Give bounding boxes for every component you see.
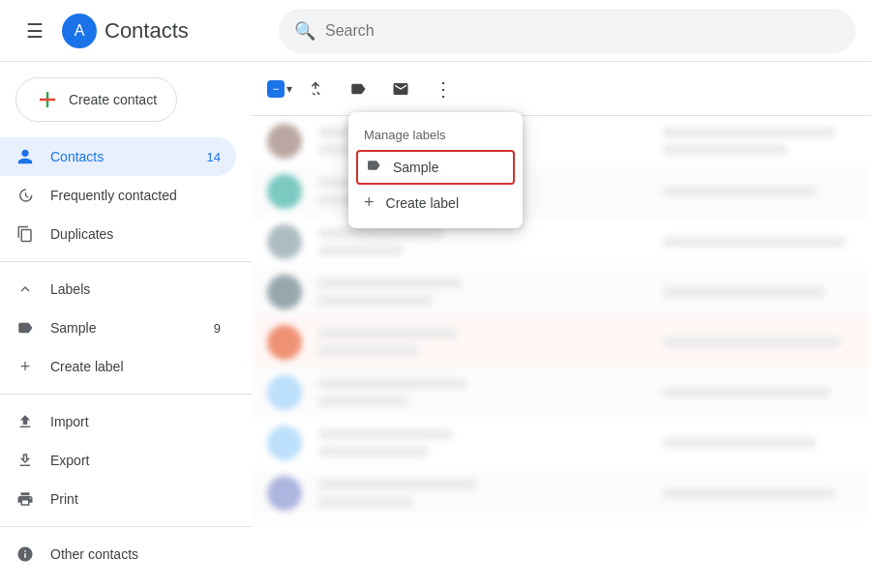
history-icon xyxy=(15,186,35,205)
contact-extra xyxy=(662,337,856,348)
avatar xyxy=(267,476,302,511)
create-label-plus-icon: + xyxy=(364,192,375,213)
sidebar-sample-count: 9 xyxy=(214,321,221,336)
label-icon-dropdown xyxy=(366,158,381,177)
checkbox-icon: − xyxy=(272,82,279,96)
contact-extra-1 xyxy=(662,337,841,348)
more-button[interactable]: ⋮ xyxy=(424,70,463,108)
print-icon xyxy=(15,489,35,509)
contact-extra-1 xyxy=(662,236,846,248)
avatar xyxy=(267,325,302,360)
other-contacts-icon xyxy=(15,544,35,564)
sidebar-item-contacts[interactable]: Contacts 14 xyxy=(0,137,236,176)
sidebar-sample-label: Sample xyxy=(50,320,198,336)
create-contact-label: Create contact xyxy=(69,92,157,107)
contact-extra xyxy=(662,437,856,449)
contact-name xyxy=(317,479,477,490)
divider-1 xyxy=(0,261,252,262)
sidebar-import[interactable]: Import xyxy=(0,402,236,441)
create-contact-button[interactable]: Create contact xyxy=(15,77,177,122)
sidebar: Create contact Contacts 14 Frequently co… xyxy=(0,62,252,588)
sidebar-export[interactable]: Export xyxy=(0,441,236,480)
contact-extra xyxy=(662,127,856,156)
sidebar-item-frequently[interactable]: Frequently contacted xyxy=(0,176,236,215)
create-label-text: Create label xyxy=(50,359,221,374)
dropdown-header: Manage labels xyxy=(348,120,523,150)
contact-extra xyxy=(662,387,856,398)
sidebar-print-label: Print xyxy=(50,491,221,507)
sidebar-duplicates-label: Duplicates xyxy=(50,226,221,242)
contact-extra-1 xyxy=(662,437,817,449)
user-avatar[interactable]: A xyxy=(62,14,97,48)
label-icon-toolbar xyxy=(349,80,367,98)
table-row xyxy=(252,418,871,468)
email-button[interactable] xyxy=(381,70,420,108)
table-row xyxy=(252,317,871,368)
sidebar-other-contacts-label: Other contacts xyxy=(50,546,221,562)
table-row xyxy=(252,217,871,267)
contact-name xyxy=(317,378,467,390)
avatar xyxy=(267,426,302,460)
contact-name xyxy=(317,227,443,239)
merge-button[interactable] xyxy=(296,70,335,108)
contact-info xyxy=(317,278,646,307)
sidebar-import-label: Import xyxy=(50,414,221,429)
contact-detail xyxy=(317,345,419,357)
dropdown-item-sample[interactable]: Sample xyxy=(356,150,515,185)
export-icon xyxy=(15,451,35,470)
person-icon xyxy=(15,147,35,166)
contact-list xyxy=(252,116,871,518)
sidebar-labels-header[interactable]: Labels xyxy=(0,270,236,309)
add-icon: + xyxy=(15,357,35,376)
labels-header-label: Labels xyxy=(50,281,221,297)
select-all-checkbox[interactable]: − xyxy=(267,80,285,98)
sidebar-create-label[interactable]: + Create label xyxy=(0,347,236,386)
avatar xyxy=(267,224,302,259)
toolbar: − ▾ ⋮ Manage labels xyxy=(252,62,871,116)
sidebar-contacts-label: Contacts xyxy=(50,149,192,164)
contact-info xyxy=(317,378,646,407)
main-layout: Create contact Contacts 14 Frequently co… xyxy=(0,62,871,588)
search-icon: 🔍 xyxy=(294,20,315,42)
contact-extra-1 xyxy=(662,127,836,138)
checkbox-dropdown-arrow[interactable]: ▾ xyxy=(286,82,292,96)
contact-extra-1 xyxy=(662,487,836,499)
content-area: − ▾ ⋮ Manage labels xyxy=(252,62,871,588)
dropdown-create-label-text: Create label xyxy=(386,195,460,211)
sidebar-item-duplicates[interactable]: Duplicates xyxy=(0,215,236,253)
select-all-wrapper[interactable]: − ▾ xyxy=(267,80,292,98)
contact-name xyxy=(317,278,463,289)
contact-extra-1 xyxy=(662,286,826,298)
avatar xyxy=(267,375,302,410)
avatar xyxy=(267,124,302,159)
contact-detail xyxy=(317,295,434,307)
header-left: ☰ A Contacts xyxy=(15,12,267,50)
table-row xyxy=(252,267,871,317)
sidebar-other-contacts[interactable]: Other contacts xyxy=(0,535,236,573)
contact-extra-2 xyxy=(662,144,788,156)
sidebar-frequently-label: Frequently contacted xyxy=(50,188,221,203)
menu-icon[interactable]: ☰ xyxy=(15,12,54,50)
contact-extra-1 xyxy=(662,186,817,197)
contact-info xyxy=(317,328,646,357)
copy-icon xyxy=(15,224,35,244)
contact-extra xyxy=(662,186,856,197)
import-icon xyxy=(15,412,35,431)
label-button[interactable] xyxy=(339,70,377,108)
sidebar-item-sample[interactable]: Sample 9 xyxy=(0,309,236,347)
contact-detail xyxy=(317,245,405,256)
contact-detail xyxy=(317,496,414,508)
sidebar-print[interactable]: Print xyxy=(0,480,236,518)
contact-info xyxy=(317,428,646,457)
label-icon xyxy=(15,318,35,338)
search-input[interactable] xyxy=(325,22,840,40)
dropdown-create-label[interactable]: + Create label xyxy=(348,185,523,220)
search-bar[interactable]: 🔍 xyxy=(279,9,856,53)
contact-extra xyxy=(662,286,856,298)
contact-name xyxy=(317,428,453,440)
contact-name xyxy=(317,328,458,339)
merge-icon xyxy=(307,80,324,98)
app-title: Contacts xyxy=(105,18,189,44)
contact-info xyxy=(317,227,646,256)
header: ☰ A Contacts 🔍 xyxy=(0,0,871,62)
